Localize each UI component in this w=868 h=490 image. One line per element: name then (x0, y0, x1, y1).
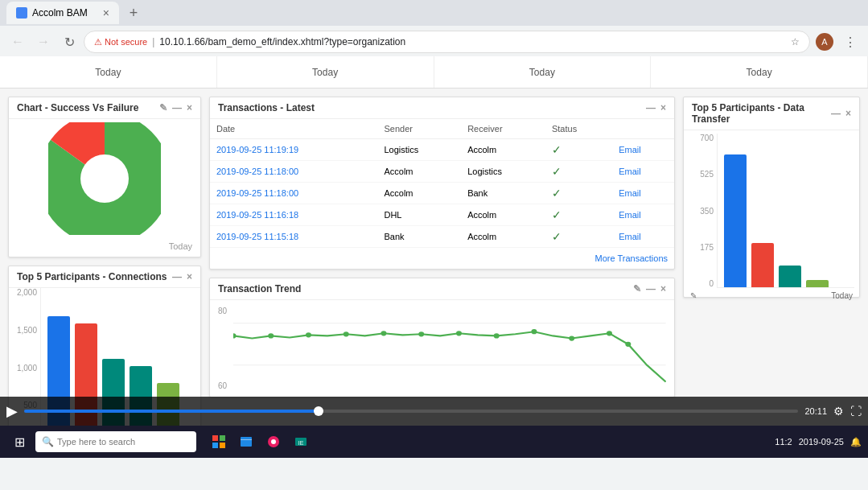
more-transactions-link[interactable]: More Transactions (595, 253, 668, 263)
y-label-2000: 2,000 (17, 288, 37, 297)
taskbar-app-3[interactable] (261, 429, 286, 455)
tx-date-link[interactable]: 2019-09-25 11:18:00 (216, 167, 298, 176)
y-label-175: 175 (700, 243, 714, 252)
tab-close-btn[interactable]: × (103, 6, 109, 19)
taskbar-date: 2019-09-25 (799, 437, 844, 447)
search-input[interactable] (57, 437, 170, 447)
tx-date: 2019-09-25 11:18:00 (210, 161, 377, 183)
minimize-icon-dt[interactable]: — (831, 108, 841, 119)
tx-date-link[interactable]: 2019-09-25 11:15:18 (216, 232, 298, 241)
edit-icon[interactable]: ✎ (159, 102, 167, 113)
fullscreen-icon[interactable]: ⛶ (850, 405, 862, 418)
top5-dt-edit[interactable]: ✎ (690, 291, 697, 300)
progress-fill (24, 410, 319, 413)
chart-controls: ✎ — × (159, 102, 192, 113)
close-icon-trend[interactable]: × (660, 283, 666, 294)
close-icon-dt[interactable]: × (845, 108, 851, 119)
summary-label-1: Today (95, 67, 121, 78)
minimize-icon-tx[interactable]: — (646, 102, 656, 113)
tx-receiver: Accolm (461, 226, 545, 248)
reload-button[interactable]: ↻ (58, 31, 80, 53)
col-date: Date (210, 119, 377, 139)
video-time: 20:11 (804, 406, 827, 416)
svg-point-6 (269, 333, 274, 338)
windows-button[interactable]: ⊞ (6, 429, 32, 455)
tx-date-link[interactable]: 2019-09-25 11:19:19 (216, 145, 298, 154)
menu-button[interactable]: ⋮ (839, 31, 862, 53)
svg-rect-19 (212, 443, 218, 448)
tx-date: 2019-09-25 11:19:19 (210, 139, 377, 161)
chart-success-failure-panel: Chart - Success Vs Failure ✎ — × (8, 97, 201, 257)
close-icon[interactable]: × (187, 102, 192, 113)
tx-status: ✓ (545, 183, 612, 204)
address-bar[interactable]: ⚠ Not secure | 10.10.1.66/bam_demo_eft/i… (84, 31, 810, 53)
windows-icon: ⊞ (14, 434, 25, 450)
svg-point-11 (456, 331, 462, 336)
chart-footer: Today (9, 238, 200, 254)
progress-track[interactable] (24, 410, 798, 413)
dashboard: Today Today Today Today Chart - Success … (0, 56, 868, 458)
more-transactions-container: More Transactions (210, 248, 674, 269)
menu-dots-icon: ⋮ (844, 35, 857, 50)
status-check: ✓ (552, 165, 562, 178)
tx-email-link[interactable]: Email (619, 145, 641, 154)
active-tab[interactable]: Accolm BAM × (6, 2, 119, 24)
top5-dt-bars-area (717, 134, 854, 288)
svg-point-8 (343, 331, 349, 336)
taskbar-search[interactable]: 🔍 (35, 431, 196, 452)
taskbar-time: 11:2 (775, 437, 792, 447)
settings-icon[interactable]: ⚙ (833, 405, 844, 418)
tx-email-link[interactable]: Email (619, 210, 641, 220)
dt-bar-2 (751, 243, 774, 287)
minimize-icon[interactable]: — (172, 102, 182, 113)
transactions-title: Transactions - Latest (218, 102, 315, 113)
taskbar-app-1[interactable] (206, 429, 232, 455)
new-tab-button[interactable]: + (122, 2, 145, 24)
top5-connections-title: Top 5 Participants - Connections (17, 271, 167, 282)
notification-icon[interactable]: 🔔 (850, 437, 862, 447)
tx-status: ✓ (545, 161, 612, 183)
profile-button[interactable]: A (813, 31, 836, 53)
svg-point-9 (381, 331, 387, 336)
trend-svg (233, 307, 666, 390)
not-secure-text: Not secure (105, 37, 147, 47)
tx-sender: DHL (377, 204, 461, 226)
tab-bar: Accolm BAM × + (0, 0, 868, 26)
table-row: 2019-09-25 11:19:19 Logistics Accolm ✓ E… (210, 139, 674, 161)
video-controls-right: ⚙ ⛶ (833, 405, 862, 418)
table-row: 2019-09-25 11:18:00 Accolm Logistics ✓ E… (210, 161, 674, 183)
summary-label-4: Today (747, 67, 772, 78)
close-icon-tx[interactable]: × (660, 102, 666, 113)
taskbar-app-2[interactable] (233, 429, 259, 455)
tx-sender: Bank (377, 226, 461, 248)
top5-connections-header: Top 5 Participants - Connections — × (9, 266, 200, 288)
tx-receiver: Accolm (461, 139, 545, 161)
tx-action: Email (612, 183, 674, 204)
tx-email-link[interactable]: Email (619, 167, 641, 176)
play-button[interactable]: ▶ (6, 402, 18, 420)
col-action (612, 119, 674, 139)
lock-icon: ⚠ (94, 37, 102, 47)
tx-email-link[interactable]: Email (619, 188, 641, 198)
trend-title: Transaction Trend (218, 283, 301, 294)
search-icon: 🔍 (42, 436, 54, 447)
url-text: 10.10.1.66/bam_demo_eft/index.xhtml?type… (159, 36, 405, 47)
table-row: 2019-09-25 11:15:18 Bank Accolm ✓ Email (210, 226, 674, 248)
top5-dt-bars (717, 134, 854, 288)
summary-item-3: Today (434, 56, 652, 88)
svg-point-16 (626, 342, 631, 347)
tx-date-link[interactable]: 2019-09-25 11:18:00 (216, 188, 298, 198)
y-label-0b: 0 (709, 279, 714, 288)
url-separator: | (152, 36, 154, 47)
taskbar-apps: IE (206, 429, 314, 455)
svg-point-24 (271, 439, 276, 444)
close-icon-conn[interactable]: × (187, 271, 192, 282)
tx-email-link[interactable]: Email (619, 232, 641, 241)
bookmark-icon[interactable]: ☆ (791, 36, 800, 47)
minimize-icon-trend[interactable]: — (646, 283, 656, 294)
taskbar-app-4[interactable]: IE (288, 429, 314, 455)
edit-icon-trend[interactable]: ✎ (633, 283, 641, 294)
pie-chart-container (9, 119, 200, 238)
tx-date-link[interactable]: 2019-09-25 11:16:18 (216, 210, 298, 220)
minimize-icon-conn[interactable]: — (172, 271, 182, 282)
